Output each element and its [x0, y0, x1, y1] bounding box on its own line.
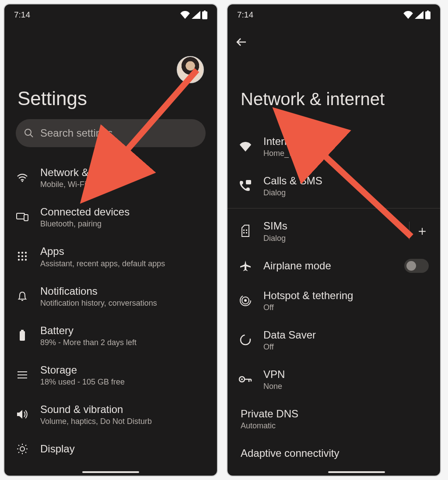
home-indicator[interactable]	[328, 471, 385, 473]
svg-line-30	[18, 445, 19, 446]
phone-settings: 7:14 Settings Search settings Network & …	[4, 4, 218, 476]
item-adaptive-connectivity[interactable]: Adaptive connectivity	[228, 438, 440, 468]
item-sub: Dialog	[263, 188, 429, 198]
svg-point-42	[244, 299, 247, 302]
item-sub: Off	[263, 303, 429, 312]
item-sub: Bluetooth, pairing	[40, 219, 206, 229]
item-sub: 18% used - 105 GB free	[40, 378, 206, 387]
airplane-icon	[240, 260, 251, 272]
item-sub: 89% - More than 2 days left	[40, 338, 206, 347]
item-title: Hotspot & tethering	[263, 289, 429, 302]
svg-point-47	[241, 378, 243, 380]
svg-point-4	[21, 180, 23, 182]
item-title: Internet	[263, 134, 429, 148]
svg-point-7	[18, 252, 20, 254]
item-sub: Off	[263, 342, 429, 352]
item-sims[interactable]: SIMsDialog ＋	[228, 211, 440, 251]
item-sub: Home_Wi-Fi	[263, 149, 429, 158]
add-sim-button[interactable]: ＋	[416, 224, 429, 237]
item-title: Network & internet	[40, 166, 206, 179]
item-sub: Assistant, recent apps, default apps	[40, 259, 206, 268]
signal-icon	[415, 11, 424, 19]
item-title: Data Saver	[263, 328, 429, 342]
svg-point-13	[18, 259, 20, 261]
item-sub: Notification history, conversations	[40, 299, 206, 308]
battery-icon	[202, 11, 207, 19]
item-calls-sms[interactable]: Calls & SMSDialog	[228, 166, 440, 205]
svg-rect-37	[246, 180, 251, 184]
svg-point-14	[21, 259, 23, 261]
divider	[228, 208, 440, 208]
battery-icon	[425, 11, 430, 19]
svg-point-9	[25, 252, 27, 254]
item-hotspot-tethering[interactable]: Hotspot & tetheringOff	[228, 281, 440, 320]
devices-icon	[16, 212, 28, 222]
item-title: VPN	[263, 367, 429, 381]
item-internet[interactable]: InternetHome_Wi-Fi	[228, 127, 440, 166]
profile-avatar[interactable]	[177, 56, 204, 83]
wifi-icon	[239, 141, 252, 152]
item-notifications[interactable]: NotificationsNotification history, conve…	[4, 276, 217, 316]
svg-rect-40	[243, 232, 245, 233]
status-icons	[180, 11, 207, 19]
item-apps[interactable]: AppsAssistant, recent apps, default apps	[4, 236, 217, 276]
svg-line-33	[18, 452, 19, 453]
vpn-key-icon	[239, 375, 252, 383]
back-arrow-icon[interactable]	[235, 36, 248, 48]
svg-point-15	[25, 259, 27, 261]
home-indicator[interactable]	[82, 471, 139, 473]
search-input[interactable]: Search settings	[16, 119, 206, 147]
svg-rect-0	[202, 11, 207, 19]
item-display[interactable]: Display	[4, 434, 217, 463]
item-title: Notifications	[40, 284, 206, 298]
svg-rect-38	[243, 229, 245, 231]
volume-icon	[16, 409, 28, 420]
divider-vertical	[409, 222, 410, 240]
svg-point-11	[21, 255, 23, 257]
item-sound-vibration[interactable]: Sound & vibrationVolume, haptics, Do Not…	[4, 395, 217, 434]
bell-icon	[17, 290, 28, 302]
item-data-saver[interactable]: Data SaverOff	[228, 320, 440, 360]
status-bar: 7:14	[228, 4, 440, 25]
apps-icon	[17, 251, 28, 261]
storage-icon	[17, 370, 28, 380]
item-storage[interactable]: Storage18% used - 105 GB free	[4, 355, 217, 395]
item-private-dns[interactable]: Private DNSAutomatic	[228, 399, 440, 438]
item-title: Sound & vibration	[40, 402, 206, 416]
item-title: Adaptive connectivity	[241, 446, 429, 460]
item-battery[interactable]: Battery89% - More than 2 days left	[4, 316, 217, 355]
svg-rect-36	[427, 11, 429, 12]
svg-rect-1	[204, 11, 206, 12]
item-network-internet[interactable]: Network & internetMobile, Wi-Fi, hotspot	[4, 158, 217, 197]
item-vpn[interactable]: VPNNone	[228, 360, 440, 399]
phone-sms-icon	[239, 180, 252, 191]
clock-text: 7:14	[14, 10, 30, 20]
item-sub: Volume, haptics, Do Not Disturb	[40, 417, 206, 426]
item-sub: Mobile, Wi-Fi, hotspot	[40, 180, 206, 189]
svg-line-32	[25, 445, 26, 446]
hotspot-icon	[239, 294, 252, 307]
item-title: Storage	[40, 363, 206, 377]
status-icons	[403, 11, 430, 19]
wifi-icon	[403, 11, 413, 19]
item-title: Battery	[40, 324, 206, 337]
svg-rect-18	[21, 330, 24, 332]
settings-list: Network & internetMobile, Wi-Fi, hotspot…	[4, 158, 217, 476]
svg-rect-35	[425, 11, 430, 19]
item-sub: Automatic	[241, 421, 429, 431]
brightness-icon	[17, 443, 28, 455]
sim-icon	[241, 225, 250, 237]
search-placeholder: Search settings	[40, 127, 112, 139]
clock-text: 7:14	[237, 10, 253, 20]
item-title: SIMs	[263, 219, 398, 233]
item-airplane-mode[interactable]: Airplane mode	[228, 251, 440, 281]
search-icon	[24, 128, 34, 138]
svg-rect-39	[246, 229, 247, 231]
page-title: Settings	[4, 83, 217, 119]
airplane-toggle[interactable]	[404, 259, 429, 273]
item-title: Airplane mode	[263, 259, 393, 272]
svg-point-45	[241, 335, 250, 345]
data-saver-icon	[240, 334, 251, 346]
item-connected-devices[interactable]: Connected devicesBluetooth, pairing	[4, 197, 217, 236]
svg-rect-6	[24, 215, 28, 221]
